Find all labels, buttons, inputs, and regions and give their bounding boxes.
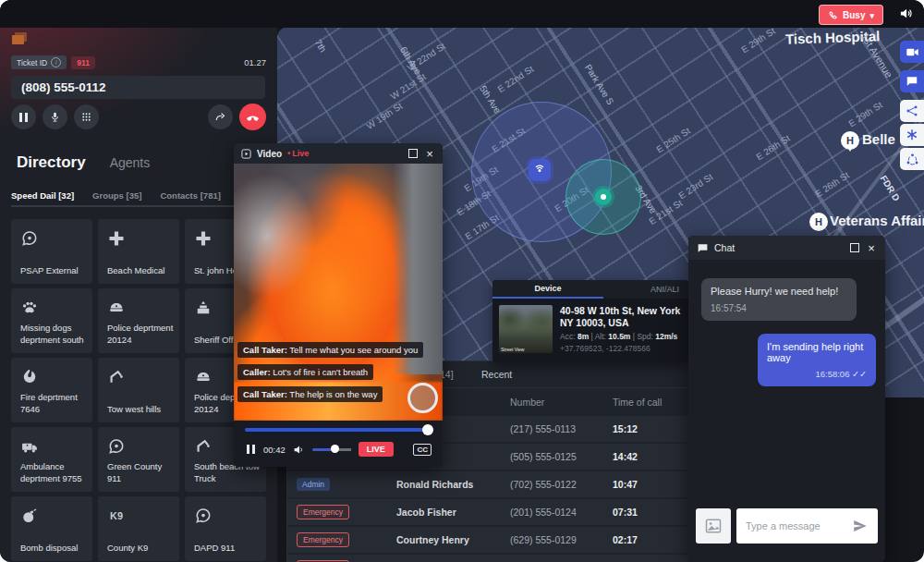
hold-button[interactable] bbox=[11, 104, 36, 129]
mute-button[interactable] bbox=[43, 104, 67, 129]
video-stream[interactable]: Call Taker: Tell me what you see around … bbox=[234, 164, 443, 421]
speed-dial-tile[interactable]: Green County 911 bbox=[98, 427, 179, 492]
call-row[interactable]: Emergency bbox=[287, 555, 703, 562]
playback-time: 00:42 bbox=[263, 445, 286, 455]
speed-dial-tile[interactable]: Bomb disposal bbox=[11, 496, 92, 561]
chat-title: Chat bbox=[714, 242, 735, 253]
caller-location-marker[interactable] bbox=[529, 159, 551, 181]
directory-subtab[interactable]: Contacts [781] bbox=[160, 190, 220, 201]
caller-number: (217) 555-0113 bbox=[510, 423, 613, 434]
status-phone-icon bbox=[828, 10, 838, 20]
tile-label: Ambulance deprtment 9755 bbox=[20, 461, 88, 484]
send-icon[interactable] bbox=[852, 518, 869, 534]
call-controls bbox=[11, 104, 266, 130]
cycle-tool-button[interactable] bbox=[900, 148, 924, 170]
seek-handle[interactable] bbox=[422, 424, 433, 435]
chat-maximize-button[interactable] bbox=[849, 242, 860, 253]
caller-number: (629) 555-0129 bbox=[510, 534, 613, 545]
tab-agents[interactable]: Agents bbox=[110, 155, 151, 170]
end-call-icon bbox=[245, 109, 261, 125]
chat-window: Chat Please Hurry! we need help! 16:57:5… bbox=[688, 236, 885, 562]
directory-subtab[interactable]: Speed Dail [32] bbox=[11, 190, 74, 201]
directory-subtab[interactable]: Groups [35] bbox=[92, 190, 141, 201]
video-controls: 00:42 LIVE CC bbox=[234, 421, 443, 467]
transfer-call-button[interactable] bbox=[208, 104, 233, 129]
speed-dial-tile[interactable]: Ambulance deprtment 9755 bbox=[11, 427, 92, 492]
attach-image-button[interactable] bbox=[696, 508, 731, 544]
end-call-button[interactable] bbox=[239, 104, 266, 130]
hospital-pin-bellevue[interactable]: H bbox=[841, 131, 859, 150]
app-window: Busy Tisch Hospital E 29th St 7th 6th Av… bbox=[0, 0, 924, 562]
directory-subtabs: Speed Dail [32]Groups [35]Contacts [781]… bbox=[11, 190, 255, 207]
speed-dial-tile[interactable]: County K9 bbox=[98, 496, 179, 561]
tile-label: PSAP External bbox=[20, 265, 88, 276]
speed-dial-tile[interactable]: PSAP External bbox=[11, 219, 92, 284]
street-view-thumbnail[interactable]: Street View bbox=[499, 305, 553, 353]
device-address-line1: 40-98 W 10th St, New York bbox=[560, 305, 680, 317]
responder-marker[interactable] bbox=[595, 189, 612, 205]
volume-icon[interactable] bbox=[293, 444, 305, 456]
caller-phone-number[interactable]: (808) 555-0112 bbox=[11, 76, 265, 99]
tile-icon bbox=[107, 507, 126, 525]
close-button[interactable] bbox=[424, 148, 435, 159]
tile-icon bbox=[194, 229, 213, 248]
agent-status-button[interactable]: Busy bbox=[819, 5, 883, 25]
share-tool-button[interactable] bbox=[900, 100, 924, 122]
pause-playback-button[interactable] bbox=[245, 441, 256, 458]
tile-label: Green County 911 bbox=[107, 461, 175, 484]
hospital-pin-veterans[interactable]: H bbox=[809, 213, 828, 231]
chat-tool-button[interactable] bbox=[900, 70, 924, 92]
speed-dial-grid: PSAP External Beach Medical St. john Hos… bbox=[11, 219, 266, 561]
column-number[interactable]: Number bbox=[510, 397, 613, 408]
message-placeholder: Type a message bbox=[746, 520, 846, 531]
tile-label: Bomb disposal bbox=[20, 543, 88, 554]
volume-slider[interactable] bbox=[312, 448, 351, 451]
chat-close-button[interactable] bbox=[866, 242, 877, 253]
volume-handle[interactable] bbox=[331, 445, 339, 453]
menu-layers-icon[interactable] bbox=[12, 35, 24, 44]
tile-label: Fire deprtment 7646 bbox=[20, 392, 88, 415]
caption-line: Call Taker: The help is on the way bbox=[237, 386, 383, 402]
maximize-button[interactable] bbox=[407, 148, 419, 159]
call-row[interactable]: Admin Ronald Richards (702) 555-0122 10:… bbox=[287, 471, 703, 497]
tile-icon bbox=[194, 299, 213, 317]
table-tab-recent[interactable]: Recent bbox=[481, 369, 512, 380]
call-type-badge: Emergency bbox=[297, 505, 349, 519]
seek-bar[interactable] bbox=[245, 428, 432, 432]
dialpad-button[interactable] bbox=[74, 104, 99, 129]
speaker-button[interactable] bbox=[899, 6, 913, 20]
closed-captions-button[interactable]: CC bbox=[413, 444, 432, 456]
message-input[interactable]: Type a message bbox=[736, 508, 878, 544]
call-row[interactable]: Emergency Jacob Fisher (201) 555-0124 07… bbox=[287, 499, 703, 525]
tile-icon bbox=[107, 229, 126, 248]
device-address-line2: NY 10003, USA bbox=[560, 317, 680, 329]
call-timer: 01.27 bbox=[244, 57, 266, 67]
speed-dial-tile[interactable]: Beach Medical bbox=[98, 219, 179, 284]
tab-directory[interactable]: Directory bbox=[17, 153, 86, 172]
tile-icon bbox=[20, 368, 39, 386]
message-timestamp: 16:57:54 bbox=[711, 303, 847, 313]
speed-dial-tile[interactable]: DAPD 911 bbox=[185, 496, 266, 561]
tile-label: County K9 bbox=[107, 543, 175, 554]
tile-icon bbox=[20, 299, 39, 317]
speed-dial-tile[interactable]: Missing dogs deprtment south bbox=[11, 288, 92, 353]
call-row[interactable]: Emergency Courtney Henry (629) 555-0129 … bbox=[287, 527, 703, 553]
go-live-button[interactable]: LIVE bbox=[359, 442, 394, 457]
tile-icon bbox=[20, 229, 39, 248]
star-tool-button[interactable] bbox=[900, 124, 924, 146]
right-toolbar bbox=[900, 41, 924, 172]
video-tool-button[interactable] bbox=[900, 41, 924, 63]
speed-dial-tile[interactable]: Police deprtment 20124 bbox=[98, 288, 179, 353]
image-icon bbox=[704, 517, 723, 535]
tab-ani-ali[interactable]: ANI/ALI bbox=[650, 285, 679, 294]
tile-icon bbox=[194, 368, 213, 386]
ticket-id-badge[interactable]: Ticket ID i bbox=[11, 55, 67, 69]
video-title: Video bbox=[257, 149, 282, 159]
tab-device[interactable]: Device bbox=[492, 280, 603, 299]
video-play-icon bbox=[241, 149, 251, 159]
caller-name: Ronald Richards bbox=[396, 479, 510, 490]
tile-icon bbox=[107, 368, 126, 386]
speed-dial-tile[interactable]: Tow west hills bbox=[98, 358, 179, 422]
record-button[interactable] bbox=[407, 383, 438, 413]
speed-dial-tile[interactable]: Fire deprtment 7646 bbox=[11, 358, 92, 422]
